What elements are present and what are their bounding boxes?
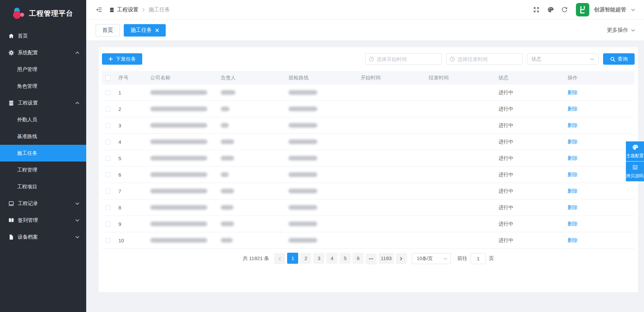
delete-link[interactable]: 删除 [568, 122, 578, 128]
chevron-down-icon[interactable] [631, 8, 635, 12]
delete-link[interactable]: 删除 [568, 237, 578, 243]
chevron-down-icon [75, 201, 79, 206]
pagination-next-button[interactable] [396, 253, 407, 264]
more-actions-dropdown[interactable]: 更多操作 [607, 27, 635, 34]
sidebar-item-home[interactable]: 首页 [0, 27, 86, 44]
delete-link[interactable]: 删除 [568, 221, 578, 227]
chevron-up-icon [75, 101, 79, 105]
row-checkbox[interactable] [106, 189, 111, 194]
theme-config-button[interactable]: 主题配置 [626, 141, 644, 161]
status-text: 进行中 [498, 237, 514, 243]
row-index: 6 [117, 172, 150, 178]
pagination-page-4[interactable]: 4 [326, 253, 337, 264]
table-row: 9 进行中 删除 [102, 216, 635, 232]
sidebar-item-project-records[interactable]: 工程记录 [0, 195, 86, 212]
sidebar: 工程管理平台 首页 系统配置 用户管理 角色管理 工程设置 [0, 0, 86, 312]
row-checkbox[interactable] [106, 139, 111, 144]
page-size-select[interactable]: 10条/页 [412, 253, 451, 264]
row-checkbox[interactable] [106, 107, 111, 112]
user-name[interactable]: 创源智能超管 [594, 6, 626, 13]
app-logo-icon [13, 7, 25, 19]
copy-source-button[interactable]: 拷贝源码 [626, 162, 644, 181]
pagination-page-6[interactable]: 6 [353, 253, 364, 264]
dispatch-task-button[interactable]: 下发任务 [102, 53, 142, 65]
route-redacted [288, 107, 317, 111]
person-redacted [221, 107, 229, 111]
sidebar-item-project-items[interactable]: 工程项目 [0, 178, 86, 195]
avatar[interactable] [576, 3, 589, 16]
status-text: 进行中 [498, 204, 514, 210]
company-redacted [150, 189, 207, 193]
pagination-pages: 123456•••1183 [286, 253, 394, 264]
route-redacted [288, 156, 317, 161]
row-index: 3 [117, 123, 150, 128]
delete-link[interactable]: 删除 [568, 106, 578, 112]
pagination-page-5[interactable]: 5 [339, 253, 351, 264]
pagination-more-button[interactable]: ••• [366, 253, 377, 264]
fullscreen-icon[interactable] [533, 6, 540, 13]
route-redacted [288, 222, 317, 226]
start-date-field[interactable] [377, 56, 441, 62]
row-checkbox[interactable] [106, 90, 111, 95]
sidebar-item-baseline-route[interactable]: 基准路线 [0, 128, 86, 145]
sidebar-item-construction-tasks[interactable]: 施工任务 [0, 145, 86, 162]
delete-link[interactable]: 删除 [568, 139, 578, 144]
status-text: 进行中 [498, 139, 514, 144]
pagination-page-2[interactable]: 2 [300, 253, 311, 264]
company-redacted [150, 222, 207, 226]
select-all-checkbox[interactable] [106, 75, 111, 80]
delete-link[interactable]: 删除 [568, 204, 578, 210]
sidebar-item-project-settings[interactable]: 工程设置 [0, 95, 86, 111]
col-header-action: 操作 [568, 75, 635, 81]
sidebar-item-checkin-management[interactable]: 签到管理 [0, 212, 86, 229]
company-redacted [150, 107, 207, 111]
row-checkbox[interactable] [106, 205, 111, 210]
sidebar-item-system-config[interactable]: 系统配置 [0, 44, 86, 61]
sidebar-item-field-staff[interactable]: 外勤人员 [0, 111, 86, 128]
route-redacted [288, 123, 317, 128]
start-date-input[interactable] [365, 53, 442, 65]
row-checkbox[interactable] [106, 222, 111, 227]
sidebar-item-device-archive[interactable]: 设备档案 [0, 229, 86, 245]
row-checkbox[interactable] [106, 238, 111, 243]
delete-link[interactable]: 删除 [568, 188, 578, 194]
status-text: 进行中 [498, 89, 514, 95]
delete-link[interactable]: 删除 [568, 172, 578, 177]
end-date-field[interactable] [458, 56, 522, 62]
search-icon [610, 57, 615, 62]
app-logo: 工程管理平台 [0, 0, 86, 27]
route-redacted [288, 238, 317, 243]
search-button[interactable]: 查询 [603, 53, 635, 65]
collapse-sidebar-icon[interactable] [96, 6, 102, 13]
row-checkbox[interactable] [106, 156, 111, 161]
filter-bar: 下发任务 状态 [102, 53, 635, 65]
row-index: 9 [117, 221, 150, 227]
tabbar: 首页 施工任务 更多操作 [86, 20, 644, 41]
clock-icon [369, 57, 374, 62]
breadcrumb-section[interactable]: 工程设置 [109, 6, 139, 13]
goto-page-input[interactable] [471, 253, 486, 264]
chevron-left-icon [278, 257, 282, 261]
end-date-input[interactable] [446, 53, 523, 65]
row-checkbox[interactable] [106, 123, 111, 128]
refresh-icon[interactable] [561, 6, 568, 13]
pagination-page-3[interactable]: 3 [313, 253, 324, 264]
pagination-prev-button[interactable] [274, 253, 285, 264]
palette-icon[interactable] [547, 6, 554, 13]
database-icon [109, 7, 115, 13]
person-redacted [221, 172, 229, 177]
pagination-page-1183[interactable]: 1183 [379, 253, 393, 264]
delete-link[interactable]: 删除 [568, 155, 578, 161]
status-select[interactable]: 状态 [527, 53, 599, 65]
sidebar-item-user-management[interactable]: 用户管理 [0, 61, 86, 78]
company-redacted [150, 90, 207, 95]
col-header-start: 开始时间 [361, 75, 429, 81]
tab-home[interactable]: 首页 [96, 24, 120, 37]
pagination-page-1[interactable]: 1 [287, 253, 298, 264]
sidebar-item-role-management[interactable]: 角色管理 [0, 78, 86, 95]
tab-construction-tasks[interactable]: 施工任务 [124, 24, 166, 37]
close-icon[interactable] [155, 28, 159, 32]
row-checkbox[interactable] [106, 172, 111, 177]
sidebar-item-project-management[interactable]: 工程管理 [0, 162, 86, 178]
delete-link[interactable]: 删除 [568, 89, 578, 95]
